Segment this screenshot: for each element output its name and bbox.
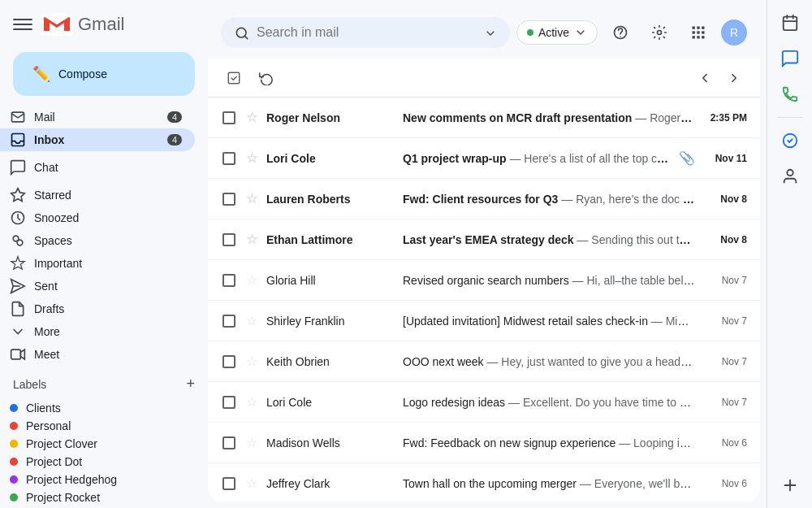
email-checkbox[interactable]	[222, 477, 235, 490]
email-checkbox[interactable]	[222, 111, 235, 124]
email-row[interactable]: ☆ Madison Wells Fwd: Feedback on new sig…	[208, 423, 760, 463]
search-icon	[234, 24, 250, 41]
email-checkbox-area	[221, 150, 237, 167]
sidebar-item-starred[interactable]: Starred	[0, 184, 195, 206]
refresh-button[interactable]	[253, 65, 279, 91]
email-checkbox[interactable]	[222, 274, 235, 287]
search-input[interactable]	[257, 25, 477, 40]
hamburger-menu-icon[interactable]	[13, 15, 32, 34]
email-checkbox[interactable]	[222, 152, 235, 165]
svg-rect-14	[693, 31, 695, 33]
prev-page-button[interactable]	[692, 65, 718, 91]
email-row[interactable]: ☆ Shirley Franklin [Updated invitation] …	[208, 301, 760, 341]
email-row[interactable]: ☆ Lauren Roberts Fwd: Client resources f…	[208, 179, 760, 219]
next-page-button[interactable]	[721, 65, 747, 91]
email-snippet: — Sending this out to anyone who missed…	[577, 233, 695, 246]
email-checkbox[interactable]	[222, 315, 235, 328]
contacts-panel-icon[interactable]	[774, 160, 806, 193]
email-body: Town hall on the upcoming merger — Every…	[403, 477, 695, 490]
email-checkbox[interactable]	[222, 436, 235, 449]
sidebar-item-chat-section[interactable]: Chat	[0, 151, 195, 184]
star-icon[interactable]: ☆	[246, 313, 257, 328]
right-panel	[767, 0, 812, 508]
snoozed-icon	[10, 210, 26, 226]
email-row[interactable]: ☆ Keith Obrien OOO next week — Hey, just…	[208, 341, 760, 382]
apps-icon[interactable]	[682, 16, 715, 49]
select-all-checkbox[interactable]	[221, 65, 247, 91]
email-subject: Q1 project wrap-up	[403, 152, 507, 165]
email-snippet: — Midwest retail sales che…	[651, 315, 695, 328]
help-icon[interactable]	[604, 16, 637, 49]
email-snippet: — Roger Nelson said what abou…	[635, 111, 695, 124]
email-checkbox-area	[221, 475, 237, 492]
email-list: ☆ Roger Nelson New comments on MCR draft…	[208, 98, 760, 501]
svg-rect-19	[702, 36, 704, 38]
email-subject: Fwd: Feedback on new signup experience	[403, 436, 615, 449]
phone-panel-icon[interactable]	[774, 78, 806, 111]
email-row[interactable]: ☆ Lori Cole Q1 project wrap-up — Here's …	[208, 138, 760, 179]
email-checkbox[interactable]	[222, 396, 235, 409]
star-icon[interactable]: ☆	[246, 354, 257, 369]
svg-rect-11	[693, 27, 695, 29]
sidebar-item-spaces[interactable]: Spaces	[0, 229, 195, 252]
label-personal[interactable]: Personal	[0, 417, 195, 435]
sidebar-item-sent[interactable]: Sent	[0, 275, 195, 297]
calendar-panel-icon[interactable]	[774, 7, 806, 39]
email-row[interactable]: ☆ Lori Cole Logo redesign ideas — Excell…	[208, 382, 760, 423]
label-project-hedgehog[interactable]: Project Hedgehog	[0, 471, 195, 488]
email-checkbox[interactable]	[222, 193, 235, 206]
label-project-clover[interactable]: Project Clover	[0, 435, 195, 453]
email-checkbox[interactable]	[222, 355, 235, 368]
star-nav-icon	[10, 187, 26, 203]
sidebar-item-important[interactable]: Important	[0, 252, 195, 275]
user-profile-avatar[interactable]: R	[721, 20, 747, 46]
personal-dot	[10, 422, 18, 430]
star-icon[interactable]: ☆	[246, 272, 257, 288]
label-project-rocket[interactable]: Project Rocket	[0, 488, 195, 506]
email-checkbox[interactable]	[222, 233, 235, 246]
star-icon[interactable]: ☆	[246, 435, 257, 450]
chat-panel-icon[interactable]	[774, 42, 806, 75]
email-star-area: ☆	[244, 435, 260, 451]
svg-rect-20	[228, 72, 240, 84]
email-star-area: ☆	[244, 150, 260, 167]
email-star-area: ☆	[244, 110, 260, 126]
email-row[interactable]: ☆ Jeffrey Clark Town hall on the upcomin…	[208, 463, 760, 501]
add-label-icon[interactable]: +	[186, 376, 195, 393]
email-row[interactable]: ☆ Ethan Lattimore Last year's EMEA strat…	[208, 219, 760, 260]
sidebar-item-mail[interactable]: Mail 4	[0, 106, 195, 128]
email-sender: Shirley Franklin	[266, 315, 396, 328]
email-checkbox-area	[221, 272, 237, 289]
email-row[interactable]: ☆ Roger Nelson New comments on MCR draft…	[208, 98, 760, 138]
status-pill[interactable]: Active	[516, 20, 598, 45]
star-icon[interactable]: ☆	[246, 232, 257, 247]
search-dropdown-icon[interactable]	[484, 25, 497, 40]
inbox-badge: 4	[167, 134, 182, 145]
label-clients[interactable]: Clients	[0, 399, 195, 417]
add-app-icon[interactable]	[774, 469, 806, 501]
sidebar-item-meet[interactable]: Meet	[0, 343, 195, 366]
tasks-panel-icon[interactable]	[774, 124, 806, 157]
settings-icon[interactable]	[643, 16, 676, 49]
project-dot-dot	[10, 458, 18, 466]
email-body: Revised organic search numbers — Hi, all…	[403, 274, 695, 287]
sidebar: Gmail ✏️ Compose Mail 4 Inbox 4 Chat	[0, 0, 208, 508]
sidebar-item-snoozed[interactable]: Snoozed	[0, 206, 195, 229]
star-icon[interactable]: ☆	[246, 110, 257, 125]
star-icon[interactable]: ☆	[246, 150, 257, 166]
svg-point-9	[620, 36, 621, 37]
sidebar-item-more[interactable]: More	[0, 320, 195, 343]
email-body: Fwd: Client resources for Q3 — Ryan, her…	[403, 193, 695, 206]
svg-rect-16	[702, 31, 704, 33]
sidebar-item-drafts[interactable]: Drafts	[0, 297, 195, 320]
star-icon[interactable]: ☆	[246, 394, 257, 410]
email-row[interactable]: ☆ Gloria Hill Revised organic search num…	[208, 260, 760, 301]
email-sender: Lori Cole	[266, 152, 396, 165]
label-project-dot[interactable]: Project Dot	[0, 453, 195, 471]
sidebar-item-inbox[interactable]: Inbox 4	[0, 128, 195, 151]
email-star-area: ☆	[244, 354, 260, 370]
gmail-logo: Gmail	[41, 13, 124, 36]
star-icon[interactable]: ☆	[246, 475, 257, 491]
star-icon[interactable]: ☆	[246, 191, 257, 206]
compose-button[interactable]: ✏️ Compose	[13, 52, 195, 96]
